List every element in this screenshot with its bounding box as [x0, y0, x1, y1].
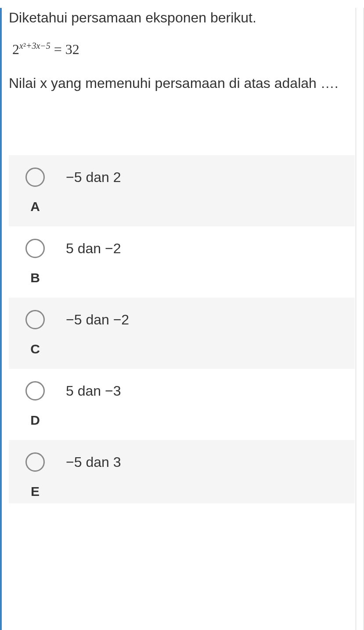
radio-e[interactable] — [25, 452, 45, 472]
option-c-text: −5 dan −2 — [66, 310, 129, 328]
option-b-text: 5 dan −2 — [66, 239, 121, 257]
option-d-letter: D — [30, 413, 40, 428]
option-b[interactable]: B 5 dan −2 — [9, 226, 355, 298]
option-b-control: B — [22, 239, 48, 285]
radio-a[interactable] — [25, 168, 45, 187]
equation-base: 2 — [12, 41, 19, 57]
question-intro: Diketahui persamaan eksponen berikut. — [9, 8, 355, 28]
radio-c[interactable] — [25, 310, 45, 329]
option-e-control: E — [22, 452, 48, 499]
right-border — [356, 8, 364, 630]
question-container: Diketahui persamaan eksponen berikut. 2x… — [0, 8, 364, 630]
equation-rhs: = 32 — [54, 41, 79, 57]
option-a[interactable]: A −5 dan 2 — [9, 155, 355, 226]
option-e[interactable]: E −5 dan 3 — [9, 440, 355, 503]
options-list: A −5 dan 2 B 5 dan −2 C −5 dan −2 — [9, 155, 355, 503]
option-a-text: −5 dan 2 — [66, 168, 121, 186]
option-c[interactable]: C −5 dan −2 — [9, 298, 355, 369]
option-c-control: C — [22, 310, 48, 357]
option-d-text: 5 dan −3 — [66, 381, 121, 399]
option-b-letter: B — [30, 270, 40, 285]
option-c-letter: C — [30, 342, 40, 357]
option-a-letter: A — [30, 199, 40, 214]
content-area: Diketahui persamaan eksponen berikut. 2x… — [2, 8, 364, 503]
option-d-control: D — [22, 381, 48, 428]
equation-display: 2x²+3x−5 = 32 — [9, 41, 355, 58]
option-d[interactable]: D 5 dan −3 — [9, 369, 355, 440]
equation-exponent: x²+3x−5 — [19, 41, 50, 51]
option-a-control: A — [22, 168, 48, 214]
radio-b[interactable] — [25, 239, 45, 258]
question-prompt: Nilai x yang memenuhi persamaan di atas … — [9, 73, 355, 94]
option-e-text: −5 dan 3 — [66, 452, 121, 470]
radio-d[interactable] — [25, 381, 45, 401]
option-e-letter: E — [31, 484, 40, 499]
